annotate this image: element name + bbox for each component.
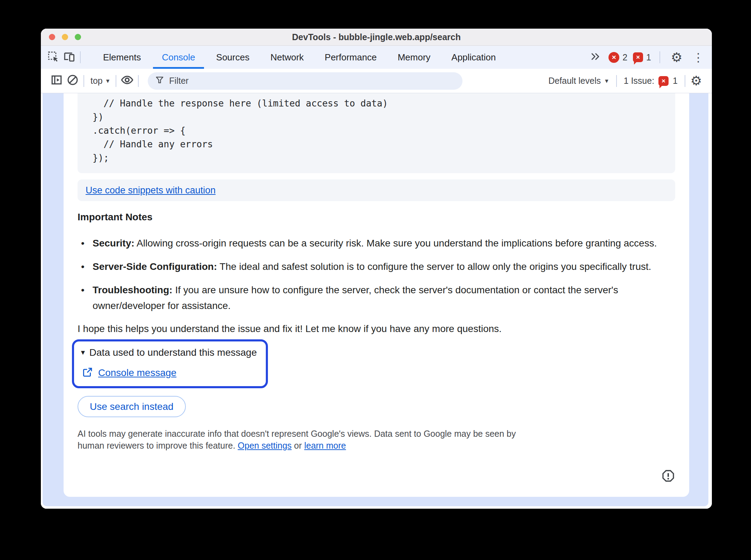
javascript-context-dropdown[interactable]: top ▾ — [87, 76, 113, 86]
chevron-down-icon: ▾ — [605, 77, 608, 85]
clear-circle-slash-icon — [66, 74, 79, 88]
inspect-cursor-icon — [47, 51, 59, 64]
log-levels-dropdown[interactable]: Default levels ▾ — [544, 76, 613, 86]
kebab-menu-icon: ⋮ — [691, 52, 706, 63]
disclaimer-line2: human reviewers to improve this feature.… — [78, 440, 675, 451]
issues-counter[interactable]: × 1 — [633, 52, 651, 62]
ai-insight-card: // Handle the response here (limited acc… — [64, 93, 689, 497]
code-snippet-block: // Handle the response here (limited acc… — [78, 93, 675, 173]
note-label: Troubleshooting: — [93, 285, 173, 295]
minimize-window-button[interactable] — [62, 34, 68, 40]
learn-more-link[interactable]: learn more — [304, 441, 346, 450]
note-text: Allowing cross-origin requests can be a … — [134, 238, 657, 249]
divider — [685, 75, 685, 87]
code-caution-banner: Use code snippets with caution — [78, 179, 675, 201]
issues-label: 1 Issue: — [624, 76, 655, 86]
divider — [659, 51, 660, 63]
filter-input[interactable] — [169, 76, 455, 86]
console-toolbar: top ▾ Default levels ▾ — [41, 69, 712, 93]
code-line: }); — [93, 151, 665, 165]
double-chevron-icon — [589, 51, 600, 64]
code-line: // Handle the response here (limited acc… — [93, 97, 665, 110]
console-error-counter[interactable]: × 2 — [608, 52, 627, 63]
notes-list: Security: Allowing cross-origin requests… — [78, 235, 664, 314]
gear-icon: ⚙ — [671, 51, 682, 64]
panel-left-icon — [50, 74, 63, 88]
tab-sources[interactable]: Sources — [206, 46, 260, 69]
data-used-disclosure: ▼ Data used to understand this message C… — [72, 339, 268, 388]
tabbar-right-cluster: × 2 × 1 ⚙ ⋮ — [587, 49, 706, 65]
external-link-icon — [82, 367, 93, 379]
alert-octagon-icon — [661, 478, 675, 484]
triangle-down-icon: ▼ — [80, 349, 86, 356]
open-settings-link[interactable]: Open settings — [238, 441, 292, 450]
filter-box[interactable] — [148, 72, 462, 90]
issue-badge-icon: × — [633, 52, 643, 62]
devtools-window: DevTools - bubble-jingle.web.app/search … — [41, 29, 712, 509]
tab-application[interactable]: Application — [441, 46, 506, 69]
code-line: .catch(error => { — [93, 124, 665, 138]
disclosure-label: Data used to understand this message — [89, 347, 257, 358]
window-title: DevTools - bubble-jingle.web.app/search — [292, 32, 461, 42]
levels-label: Default levels — [548, 76, 601, 86]
error-badge-icon: × — [608, 52, 619, 63]
zoom-window-button[interactable] — [75, 34, 81, 40]
console-sidebar-toggle[interactable] — [49, 73, 65, 89]
note-text: The ideal and safest solution is to conf… — [217, 261, 651, 272]
issues-count: 1 — [673, 76, 678, 86]
clear-console-button[interactable] — [65, 73, 81, 89]
ai-disclaimer: AI tools may generate inaccurate info th… — [78, 428, 675, 451]
console-content: // Handle the response here (limited acc… — [41, 93, 712, 509]
note-security: Security: Allowing cross-origin requests… — [93, 235, 664, 251]
device-toolbar-icon — [63, 51, 75, 64]
live-expression-button[interactable] — [119, 73, 135, 89]
issues-link[interactable]: 1 Issue: × 1 — [620, 76, 682, 86]
issue-badge-icon: × — [658, 76, 669, 86]
important-notes-heading: Important Notes — [78, 212, 675, 223]
panel-tabs: Elements Console Sources Network Perform… — [93, 46, 506, 69]
console-message-link[interactable]: Console message — [98, 367, 176, 378]
tab-network[interactable]: Network — [260, 46, 314, 69]
disclaimer-text: or — [292, 441, 304, 450]
more-tabs-button[interactable] — [587, 49, 603, 65]
note-server-config: Server-Side Configuration: The ideal and… — [93, 259, 664, 274]
divider — [616, 75, 617, 87]
use-search-instead-button[interactable]: Use search instead — [78, 396, 186, 417]
gear-icon: ⚙ — [690, 74, 702, 87]
console-settings-button[interactable]: ⚙ — [688, 73, 704, 89]
error-count: 2 — [622, 52, 627, 62]
disclosure-toggle[interactable]: ▼ Data used to understand this message — [80, 347, 257, 358]
settings-button[interactable]: ⚙ — [669, 49, 685, 65]
closing-paragraph: I hope this helps you understand the iss… — [78, 323, 675, 334]
tab-memory[interactable]: Memory — [387, 46, 441, 69]
context-label: top — [90, 76, 103, 86]
divider — [83, 75, 84, 87]
tab-performance[interactable]: Performance — [314, 46, 387, 69]
divider — [80, 51, 81, 63]
note-label: Security: — [93, 238, 134, 249]
tab-elements[interactable]: Elements — [93, 46, 151, 69]
traffic-lights — [49, 34, 81, 40]
code-caution-link[interactable]: Use code snippets with caution — [86, 185, 216, 196]
disclaimer-line1: AI tools may generate inaccurate info th… — [78, 428, 675, 440]
button-row: Use search instead — [78, 396, 675, 417]
issue-count: 1 — [646, 52, 651, 62]
eye-icon — [120, 73, 134, 89]
chevron-down-icon: ▾ — [106, 77, 110, 85]
titlebar: DevTools - bubble-jingle.web.app/search — [41, 29, 712, 46]
divider — [116, 75, 116, 87]
report-legal-button[interactable] — [661, 469, 675, 483]
devtools-tabbar: Elements Console Sources Network Perform… — [41, 46, 712, 69]
code-line: // Handle any errors — [93, 138, 665, 151]
note-troubleshooting: Troubleshooting: If you are unsure how t… — [93, 282, 664, 314]
disclaimer-text: human reviewers to improve this feature. — [78, 441, 238, 450]
device-toolbar-button[interactable] — [61, 49, 77, 65]
console-message-row: Console message — [82, 367, 257, 379]
filter-funnel-icon — [155, 75, 165, 87]
code-line: }) — [93, 110, 665, 124]
close-window-button[interactable] — [49, 34, 55, 40]
tab-console[interactable]: Console — [151, 46, 205, 69]
inspect-element-button[interactable] — [45, 49, 61, 65]
customize-devtools-button[interactable]: ⋮ — [690, 49, 706, 65]
divider — [138, 75, 139, 87]
